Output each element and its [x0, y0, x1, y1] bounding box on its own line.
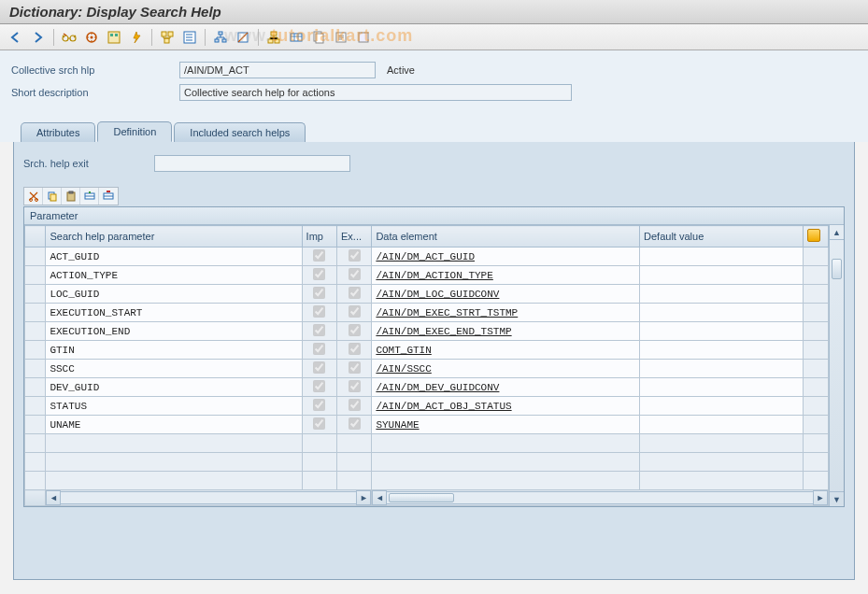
- data-element-cell[interactable]: [372, 285, 639, 303]
- data-element-cell[interactable]: [372, 378, 639, 396]
- exp-checkbox[interactable]: [349, 361, 361, 374]
- hscroll-left[interactable]: ◄ ►: [46, 490, 371, 505]
- default-value-cell[interactable]: [640, 416, 802, 433]
- cut-icon[interactable]: [24, 188, 43, 205]
- default-value-cell[interactable]: [640, 378, 802, 396]
- param-cell[interactable]: [46, 248, 301, 265]
- data-element-cell[interactable]: [372, 248, 639, 265]
- exp-checkbox[interactable]: [349, 287, 361, 299]
- imp-checkbox[interactable]: [313, 249, 325, 262]
- scroll-up-icon[interactable]: ▲: [830, 225, 844, 240]
- exp-checkbox[interactable]: [349, 380, 361, 392]
- exp-checkbox[interactable]: [349, 305, 361, 318]
- collective-srch-input[interactable]: [179, 62, 376, 78]
- row-handle[interactable]: [25, 360, 46, 378]
- param-cell[interactable]: [46, 266, 301, 284]
- row-handle[interactable]: [25, 416, 46, 434]
- imp-checkbox[interactable]: [313, 268, 325, 280]
- row-handle[interactable]: [25, 453, 46, 472]
- scroll-down-icon[interactable]: ▼: [830, 491, 844, 506]
- paste-icon[interactable]: [62, 188, 80, 205]
- param-cell[interactable]: [46, 378, 301, 396]
- tab-definition[interactable]: Definition: [97, 121, 172, 142]
- srch-help-exit-input[interactable]: [154, 155, 350, 172]
- row-handle[interactable]: [25, 434, 46, 453]
- copy-icon[interactable]: [43, 188, 62, 205]
- exp-checkbox[interactable]: [349, 417, 361, 430]
- col-header-param[interactable]: Search help parameter: [46, 226, 302, 248]
- where-used-icon[interactable]: [157, 28, 178, 47]
- exp-checkbox[interactable]: [349, 249, 361, 262]
- data-element-cell[interactable]: [372, 341, 639, 359]
- more-icon[interactable]: [353, 28, 374, 47]
- insert-row-icon[interactable]: [80, 188, 99, 205]
- default-value-cell[interactable]: [640, 397, 802, 415]
- default-value-cell[interactable]: [640, 360, 802, 377]
- data-element-cell[interactable]: [372, 416, 639, 433]
- documentation-icon[interactable]: [331, 28, 351, 47]
- tab-included-search-helps[interactable]: Included search helps: [174, 122, 306, 142]
- hscroll-right[interactable]: ◄ ►: [372, 490, 828, 505]
- imp-checkbox[interactable]: [313, 361, 325, 374]
- activate-icon[interactable]: [126, 28, 147, 47]
- row-handle[interactable]: [25, 472, 46, 490]
- param-cell[interactable]: [46, 322, 301, 340]
- param-cell[interactable]: [46, 341, 301, 359]
- exp-checkbox[interactable]: [349, 343, 361, 355]
- row-handle[interactable]: [25, 266, 46, 285]
- exp-checkbox[interactable]: [349, 324, 361, 336]
- row-handle[interactable]: [25, 397, 46, 416]
- default-value-cell[interactable]: [640, 266, 802, 284]
- row-handle[interactable]: [25, 378, 46, 397]
- data-element-cell[interactable]: [372, 360, 639, 377]
- row-handle[interactable]: [25, 341, 46, 360]
- glasses-change-icon[interactable]: [59, 28, 79, 47]
- row-handle[interactable]: [25, 322, 46, 341]
- hscroll-left-end-icon[interactable]: ►: [356, 490, 371, 505]
- col-header-def[interactable]: Default value: [640, 226, 803, 248]
- check-icon[interactable]: [104, 28, 124, 47]
- col-header-imp[interactable]: Imp: [302, 226, 336, 248]
- display-list-icon[interactable]: [179, 28, 200, 47]
- back-arrow-icon[interactable]: [6, 28, 26, 47]
- row-handle[interactable]: [25, 285, 46, 304]
- hscroll-left-start-icon[interactable]: ◄: [46, 490, 61, 505]
- imp-checkbox[interactable]: [313, 380, 325, 392]
- data-element-cell[interactable]: [372, 397, 639, 415]
- hscroll-right-end-icon[interactable]: ►: [813, 490, 828, 505]
- imp-checkbox[interactable]: [313, 399, 325, 411]
- vscroll[interactable]: ▲ ▼: [829, 225, 844, 506]
- imp-checkbox[interactable]: [313, 305, 325, 318]
- forward-arrow-icon[interactable]: [28, 28, 49, 47]
- imp-checkbox[interactable]: [313, 324, 325, 336]
- row-handle[interactable]: [25, 248, 46, 266]
- hscroll-thumb[interactable]: [389, 493, 454, 502]
- row-selector-header[interactable]: [25, 226, 46, 248]
- exp-checkbox[interactable]: [349, 268, 361, 280]
- default-value-cell[interactable]: [640, 248, 802, 265]
- append-icon[interactable]: [233, 28, 253, 47]
- param-cell[interactable]: [46, 360, 301, 377]
- imp-checkbox[interactable]: [313, 287, 325, 299]
- table-settings-icon[interactable]: [807, 229, 820, 242]
- vscroll-thumb[interactable]: [832, 259, 842, 279]
- imp-checkbox[interactable]: [313, 343, 325, 355]
- graphic-icon[interactable]: [263, 28, 284, 47]
- param-cell[interactable]: [46, 416, 301, 433]
- data-element-cell[interactable]: [372, 304, 639, 321]
- hierarchy-icon[interactable]: [210, 28, 231, 47]
- imp-checkbox[interactable]: [313, 417, 325, 430]
- data-element-cell[interactable]: [372, 322, 639, 340]
- other-object-icon[interactable]: [81, 28, 102, 47]
- col-header-config[interactable]: [803, 226, 828, 248]
- delete-row-icon[interactable]: [99, 188, 118, 205]
- exp-checkbox[interactable]: [349, 399, 361, 411]
- default-value-cell[interactable]: [640, 322, 802, 340]
- data-element-cell[interactable]: [372, 266, 639, 284]
- default-value-cell[interactable]: [640, 285, 802, 303]
- hscroll-right-start-icon[interactable]: ◄: [372, 490, 387, 505]
- tech-settings-icon[interactable]: [286, 28, 306, 47]
- default-value-cell[interactable]: [640, 304, 802, 321]
- param-cell[interactable]: [46, 304, 301, 321]
- param-cell[interactable]: [46, 397, 301, 415]
